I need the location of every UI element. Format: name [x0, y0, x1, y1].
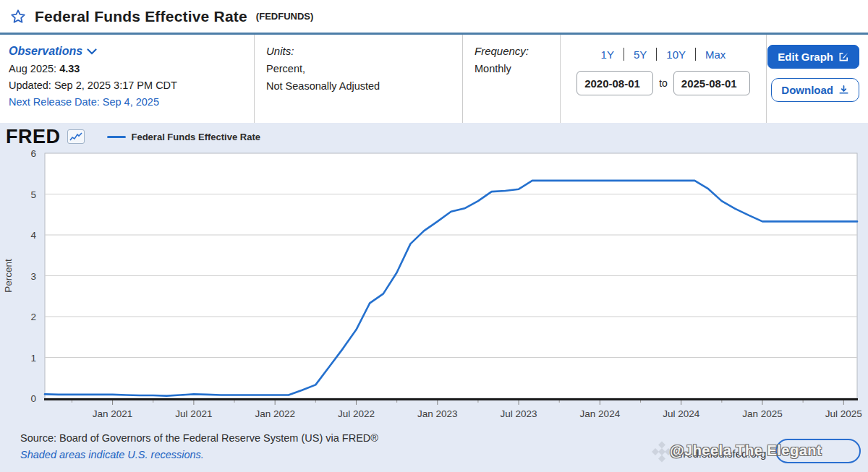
start-date-input[interactable] [576, 71, 653, 95]
latest-observation-value: 4.33 [59, 63, 80, 74]
y-tick-label: 1 [30, 353, 36, 364]
series-id: (FEDFUNDS) [256, 11, 313, 22]
date-range-to-label: to [659, 77, 668, 89]
fred-logo: FRED [6, 127, 61, 147]
download-label: Download [781, 84, 833, 96]
units-value-line1: Percent, [266, 63, 462, 74]
frequency-label: Frequency: [475, 45, 560, 57]
edit-graph-label: Edit Graph [778, 51, 833, 63]
y-tick-label: 2 [30, 312, 36, 322]
page-title: Federal Funds Effective Rate [35, 8, 247, 25]
favorite-star-icon[interactable] [9, 7, 27, 26]
edit-pencil-icon [838, 51, 849, 62]
edit-graph-button[interactable]: Edit Graph [767, 45, 859, 69]
preset-divider [695, 48, 696, 61]
units-value-line2: Not Seasonally Adjusted [266, 80, 462, 92]
x-tick-label: Jul 2021 [175, 408, 212, 419]
line-chart[interactable]: 0123456Jan 2021Jul 2021Jan 2022Jul 2022J… [0, 146, 868, 426]
watermark-area: fred.stlouisfed.org @Jheela The Elegant [637, 439, 861, 466]
download-button[interactable]: Download [771, 78, 859, 102]
x-tick-label: Jul 2023 [501, 408, 537, 419]
observations-dropdown[interactable]: Observations [9, 45, 254, 58]
x-tick-label: Jan 2021 [93, 408, 133, 419]
chart-footer: Source: Board of Governors of the Federa… [0, 426, 868, 472]
updated-timestamp: Updated: Sep 2, 2025 3:17 PM CDT [9, 80, 254, 91]
y-tick-label: 5 [30, 189, 36, 200]
x-tick-label: Jan 2022 [255, 408, 295, 419]
preset-divider [656, 48, 657, 61]
observations-section: Observations Aug 2025: 4.33 Updated: Sep… [0, 35, 255, 123]
fred-chart-icon [67, 129, 85, 144]
units-section: Units: Percent, Not Seasonally Adjusted [255, 35, 463, 123]
date-range-section: 1Y 5Y 10Y Max to [561, 35, 767, 123]
preset-divider [624, 48, 624, 61]
y-tick-label: 3 [30, 271, 36, 282]
next-release-link[interactable]: Next Release Date: Sep 4, 2025 [9, 96, 254, 108]
info-bar: Observations Aug 2025: 4.33 Updated: Sep… [0, 35, 868, 123]
watermark-handle: @Jheela The Elegant [670, 442, 858, 459]
units-label: Units: [266, 45, 462, 57]
y-tick-label: 4 [30, 230, 36, 241]
chart-legend: Federal Funds Effective Rate [107, 132, 260, 142]
observations-label: Observations [9, 45, 82, 58]
frequency-value: Monthly [475, 63, 560, 74]
range-preset-max[interactable]: Max [705, 48, 726, 61]
y-axis-title: Percent [3, 259, 14, 293]
fred-series-page: Federal Funds Effective Rate (FEDFUNDS) … [0, 0, 868, 472]
chart-area: FRED Federal Funds Effective Rate 012345… [0, 123, 868, 426]
range-preset-5y[interactable]: 5Y [634, 48, 647, 61]
x-tick-label: Jul 2022 [338, 408, 375, 419]
x-tick-label: Jul 2025 [825, 408, 862, 419]
latest-observation-date: Aug 2025: [9, 63, 59, 74]
y-tick-label: 0 [30, 393, 36, 404]
range-preset-1y[interactable]: 1Y [601, 48, 614, 61]
page-header: Federal Funds Effective Rate (FEDFUNDS) [0, 0, 868, 35]
latest-observation: Aug 2025: 4.33 [9, 63, 254, 74]
end-date-input[interactable] [673, 71, 750, 95]
range-presets: 1Y 5Y 10Y Max [601, 48, 726, 61]
x-tick-label: Jan 2025 [742, 408, 783, 419]
x-tick-label: Jul 2024 [663, 408, 700, 419]
range-preset-10y[interactable]: 10Y [666, 48, 686, 61]
download-icon [838, 85, 849, 95]
date-inputs-row: to [576, 71, 750, 95]
frequency-section: Frequency: Monthly [463, 35, 561, 123]
x-tick-label: Jan 2023 [417, 408, 458, 419]
legend-series-label: Federal Funds Effective Rate [132, 132, 260, 142]
y-tick-label: 6 [30, 148, 36, 159]
chart-header-row: FRED Federal Funds Effective Rate [0, 123, 868, 146]
legend-line-swatch [107, 136, 126, 138]
actions-section: Edit Graph Download [767, 35, 868, 123]
x-tick-label: Jan 2024 [580, 408, 621, 419]
chevron-down-icon [87, 48, 97, 55]
